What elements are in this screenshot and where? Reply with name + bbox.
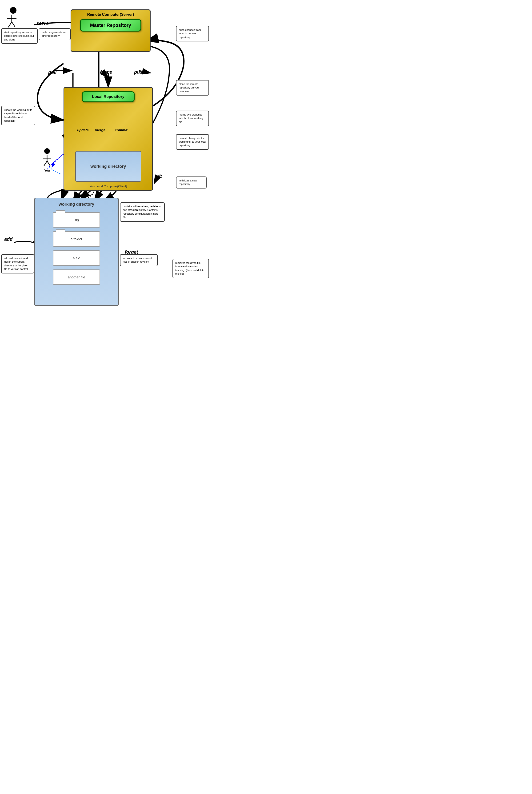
remote-computer-title: Remote Computer(Server) xyxy=(87,13,134,17)
add-label: add xyxy=(4,237,13,242)
folder-tab xyxy=(56,210,65,213)
local-computer-box: Local Repository update merge commit wor… xyxy=(63,87,153,191)
you-body-svg xyxy=(42,154,52,167)
folder-label: a folder xyxy=(71,237,82,241)
you-label: You xyxy=(42,169,52,172)
another-file-item: another file xyxy=(53,269,100,285)
owner-body-svg xyxy=(6,14,18,28)
file-label: a file xyxy=(73,256,80,260)
working-dir-expanded-box: working directory .hg a folder a file an… xyxy=(34,198,119,306)
working-directory-inner-box: working directory xyxy=(75,151,141,182)
push-desc-note: push changes from local to remote reposi… xyxy=(176,26,209,41)
serve-note: start repository server to enable others… xyxy=(1,28,38,44)
owner-head xyxy=(10,7,17,14)
local-computer-title: Your local Computer(Client) xyxy=(90,185,127,188)
add-desc-note: adds all unversioned files in the curren… xyxy=(1,254,34,273)
pull-changesets-note: pull changesets from other repository xyxy=(39,28,71,40)
you-person: You xyxy=(42,148,52,172)
pull-label: pull xyxy=(48,70,57,75)
file-desc-note: versioned or unversioned files of chosen… xyxy=(120,254,158,266)
hg-desc-note: contains all branches, revisions and rev… xyxy=(120,202,165,222)
serve-label: serve xyxy=(36,21,49,26)
master-repository-box: Master Repository xyxy=(80,19,141,32)
working-dir-inner-label: working directory xyxy=(90,164,126,169)
svg-line-14 xyxy=(8,22,12,27)
update-op-label: update xyxy=(77,128,89,132)
local-repository-box: Local Repository xyxy=(82,91,135,102)
clone-desc-note: clone the remote repository on your comp… xyxy=(176,80,209,96)
merge-op-label: merge xyxy=(95,128,106,132)
update-desc-note: update the working dir to a specific rev… xyxy=(1,106,35,125)
a-file-item: a file xyxy=(53,250,100,266)
clone-label: clone xyxy=(100,70,112,75)
forget-desc-note: removes the given file from version cont… xyxy=(172,259,209,278)
a-folder-item: a folder xyxy=(53,231,100,247)
folder-tab-2 xyxy=(56,229,65,232)
commit-op-label: commit xyxy=(115,128,127,132)
local-repo-label: Local Repository xyxy=(92,94,125,99)
remote-computer-box: Remote Computer(Server) Master Repositor… xyxy=(71,10,151,52)
svg-line-19 xyxy=(47,161,50,166)
master-repo-label: Master Repository xyxy=(90,23,131,28)
push-label: push xyxy=(134,70,146,75)
another-file-label: another file xyxy=(68,275,85,279)
hg-label: .hg xyxy=(74,218,79,222)
you-head xyxy=(44,148,50,154)
commit-desc-note: commit changes in the working dir to you… xyxy=(176,134,209,150)
init-desc-note: initializes a new repository xyxy=(176,176,207,189)
init-label: init xyxy=(155,174,162,179)
svg-line-15 xyxy=(12,22,15,27)
working-dir-expanded-title: working directory xyxy=(59,202,94,207)
svg-line-18 xyxy=(44,161,47,166)
hg-folder-item: .hg xyxy=(53,212,100,228)
merge-desc-note: merge two branches into the local workin… xyxy=(176,111,209,126)
